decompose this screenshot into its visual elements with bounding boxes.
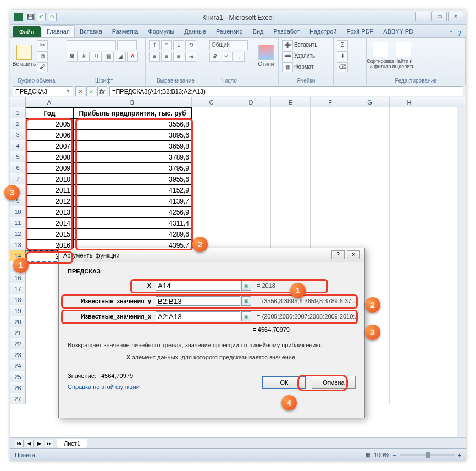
orientation-icon[interactable]: ⟲	[185, 40, 196, 50]
find-select-button[interactable]: Найти и выделить	[393, 40, 414, 71]
align-bottom-icon[interactable]: ⤓	[173, 40, 184, 50]
table-cell[interactable]: 2009	[26, 162, 73, 173]
italic-icon[interactable]: К	[79, 52, 90, 62]
prev-sheet-icon[interactable]: ◀	[25, 440, 34, 447]
align-middle-icon[interactable]: ≡	[161, 40, 172, 50]
row-header[interactable]: 25	[10, 371, 26, 382]
align-right-icon[interactable]: ≡	[173, 52, 184, 62]
comma-icon[interactable]: ,	[234, 52, 245, 62]
tab-insert[interactable]: Вставка	[75, 25, 107, 37]
cancel-formula-icon[interactable]: ✕	[75, 86, 85, 96]
save-icon[interactable]: 💾	[26, 13, 35, 21]
tab-developer[interactable]: Разработ	[269, 25, 305, 37]
table-cell[interactable]: 3789,6	[73, 151, 192, 162]
file-tab[interactable]: Файл	[13, 26, 41, 37]
col-header-c[interactable]: C	[192, 97, 231, 107]
table-cell[interactable]: 3659,8	[73, 140, 192, 151]
sheet-tab-1[interactable]: Лист1	[57, 439, 87, 448]
row-header[interactable]: 26	[10, 382, 26, 393]
table-cell[interactable]: 3895,6	[73, 129, 192, 140]
cut-icon[interactable]: ✂	[37, 40, 48, 50]
row-header[interactable]: 12	[10, 228, 26, 239]
tab-data[interactable]: Данные	[179, 25, 211, 37]
format-painter-icon[interactable]: 🖌	[37, 62, 48, 72]
col-header-a[interactable]: A	[26, 97, 73, 107]
delete-cells-label[interactable]: Удалить	[294, 51, 315, 61]
table-cell[interactable]: 2011	[26, 184, 73, 195]
redo-icon[interactable]: ↷	[48, 13, 57, 21]
last-sheet-icon[interactable]: ⏭	[45, 440, 53, 447]
minimize-button[interactable]: —	[415, 12, 430, 21]
zoom-in-icon[interactable]: +	[458, 452, 461, 458]
row-header[interactable]: 20	[10, 316, 26, 327]
minimize-ribbon-icon[interactable]: ⌃	[449, 30, 454, 37]
underline-icon[interactable]: Ч	[91, 52, 102, 62]
table-cell[interactable]: 4311,4	[73, 217, 192, 228]
table-cell[interactable]: 2008	[26, 151, 73, 162]
row-header[interactable]: 22	[10, 338, 26, 349]
help-link[interactable]: Справка по этой функции	[68, 384, 140, 390]
formula-input[interactable]: =ПРЕДСКАЗ(A14;B2:B13;A2:A13)	[109, 86, 463, 96]
col-header-e[interactable]: E	[271, 97, 311, 107]
tab-formulas[interactable]: Формулы	[143, 25, 179, 37]
row-header[interactable]: 3	[10, 129, 26, 140]
table-cell[interactable]: 4289,6	[73, 228, 192, 239]
close-button[interactable]: ✕	[448, 12, 463, 21]
align-left-icon[interactable]: ≡	[149, 52, 160, 62]
table-cell[interactable]: 2014	[26, 217, 73, 228]
table-cell[interactable]: 2010	[26, 173, 73, 184]
fx-icon[interactable]: fx	[97, 86, 107, 96]
undo-icon[interactable]: ↶	[37, 13, 46, 21]
col-header-g[interactable]: G	[350, 97, 390, 107]
row-header[interactable]: 1	[10, 107, 26, 118]
collapse-dialog-icon[interactable]: ▣	[241, 311, 251, 321]
row-header[interactable]: 19	[10, 305, 26, 316]
col-header-h[interactable]: H	[390, 97, 429, 107]
table-cell[interactable]: 2005	[26, 118, 73, 129]
table-cell[interactable]: 2007	[26, 140, 73, 151]
table-cell[interactable]: 3955,6	[73, 173, 192, 184]
next-sheet-icon[interactable]: ▶	[35, 440, 43, 447]
tab-view[interactable]: Вид	[248, 25, 269, 37]
chevron-down-icon[interactable]: ▼	[66, 87, 70, 96]
delete-cells-icon[interactable]: ➖	[282, 51, 293, 61]
col-header-b[interactable]: B	[73, 97, 192, 107]
row-header[interactable]: 21	[10, 327, 26, 338]
table-cell[interactable]: 4152,9	[73, 184, 192, 195]
row-header[interactable]: 11	[10, 217, 26, 228]
help-icon[interactable]: ?	[457, 30, 461, 37]
arg-input-xknown[interactable]	[156, 311, 240, 321]
row-header[interactable]: 16	[10, 272, 26, 283]
autosum-icon[interactable]: Σ	[337, 40, 348, 50]
zoom-slider[interactable]	[400, 454, 455, 456]
format-cells-icon[interactable]: ▦	[282, 62, 293, 72]
first-sheet-icon[interactable]: ⏮	[15, 440, 24, 447]
font-name[interactable]	[67, 40, 116, 50]
cancel-button[interactable]: Отмена	[312, 376, 356, 389]
table-cell[interactable]: 3556,8	[73, 118, 192, 129]
row-header[interactable]: 13	[10, 239, 26, 250]
tab-abbyy[interactable]: ABBYY PD	[378, 25, 418, 37]
align-top-icon[interactable]: ⤒	[149, 40, 160, 50]
tab-home[interactable]: Главная	[42, 25, 75, 37]
row-header[interactable]: 5	[10, 151, 26, 162]
table-cell[interactable]: 2012	[26, 195, 73, 206]
table-cell[interactable]: 4139,7	[73, 195, 192, 206]
align-center-icon[interactable]: ≡	[161, 52, 172, 62]
arg-input-y[interactable]	[156, 296, 240, 306]
tab-review[interactable]: Рецензир	[211, 25, 248, 37]
ok-button[interactable]: ОК	[262, 376, 306, 389]
border-icon[interactable]: ▦	[103, 52, 114, 62]
table-cell[interactable]: 2015	[26, 228, 73, 239]
table-cell[interactable]: 3795,9	[73, 162, 192, 173]
tab-foxit[interactable]: Foxit PDF	[341, 25, 378, 37]
dialog-close-icon[interactable]: ✕	[347, 250, 360, 259]
dialog-help-icon[interactable]: ?	[331, 250, 345, 259]
insert-cells-label[interactable]: Вставить	[294, 40, 317, 50]
indent-icon[interactable]: ⇥	[185, 52, 196, 62]
font-color-icon[interactable]: A	[127, 52, 138, 62]
currency-icon[interactable]: ₽	[209, 52, 220, 62]
collapse-dialog-icon[interactable]: ▣	[241, 281, 251, 291]
row-header[interactable]: 18	[10, 294, 26, 305]
font-size[interactable]	[117, 40, 137, 50]
